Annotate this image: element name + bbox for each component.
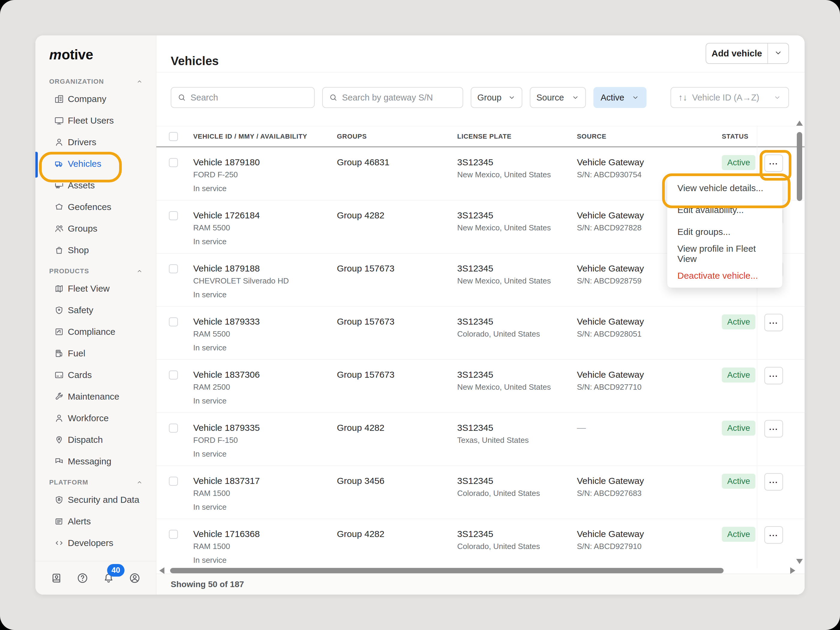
sidebar-footer: 40 [35,561,156,595]
section-label-text: PLATFORM [49,478,88,486]
table-row: Vehicle 1716368RAM 1500In serviceGroup 4… [156,519,805,568]
vehicle-id[interactable]: Vehicle 1879180 [193,156,337,168]
sidebar-item-maintenance[interactable]: Maintenance [35,386,156,407]
select-all-checkbox[interactable] [169,132,178,141]
vehicle-id[interactable]: Vehicle 1726184 [193,209,337,221]
row-checkbox[interactable] [169,317,178,327]
row-actions-button[interactable]: ... [764,155,783,172]
chevron-up-icon[interactable] [136,268,143,275]
sidebar-item-assets[interactable]: Assets [35,175,156,196]
add-vehicle-label[interactable]: Add vehicle [706,44,767,63]
row-checkbox[interactable] [169,158,178,167]
row-checkbox[interactable] [169,264,178,273]
sidebar-item-label: Compliance [68,327,115,337]
vehicle-id[interactable]: Vehicle 1837306 [193,369,337,381]
sidebar-item-dispatch[interactable]: Dispatch [35,429,156,451]
sidebar-item-fleet-view[interactable]: Fleet View [35,278,156,299]
chat-icon [54,456,64,466]
scroll-right-arrow[interactable] [790,567,795,574]
group-filter-dropdown[interactable]: Group [471,87,522,108]
sidebar-item-developers[interactable]: Developers [35,532,156,554]
sidebar-item-shop[interactable]: Shop [35,239,156,261]
sidebar-item-cards[interactable]: Cards [35,364,156,386]
add-vehicle-button[interactable]: Add vehicle [706,43,789,64]
row-actions-button[interactable]: ... [764,420,783,437]
sidebar-item-drivers[interactable]: Drivers [35,131,156,153]
sidebar-item-company[interactable]: Company [35,88,156,110]
menu-item-deactivate-vehicle[interactable]: Deactivate vehicle... [667,265,782,286]
help-circle-button[interactable] [76,572,89,584]
scroll-down-arrow[interactable] [796,559,803,564]
sidebar-item-fleet-users[interactable]: Fleet Users [35,110,156,131]
sidebar-item-groups[interactable]: Groups [35,218,156,239]
scroll-up-arrow[interactable] [796,121,803,126]
row-actions-button[interactable]: ... [764,367,783,384]
location-pin-icon [54,435,64,445]
menu-item-view-profile-in-fleet-view[interactable]: View profile in Fleet View [667,243,782,265]
sidebar-item-safety[interactable]: Safety [35,299,156,321]
sidebar-item-geofences[interactable]: Geofences [35,196,156,218]
sidebar-item-workforce[interactable]: Workforce [35,407,156,429]
vehicle-availability: In service [193,343,337,353]
menu-item-edit-availability[interactable]: Edit availability... [667,199,782,221]
license-location: New Mexico, United States [457,169,577,180]
vehicle-mmy: RAM 2500 [193,382,337,392]
gateway-search-input[interactable] [342,93,456,103]
table-header-row: VEHICLE ID / MMY / AVAILABILITY GROUPS L… [156,126,805,147]
license-location: Colorado, United States [457,329,577,339]
vehicle-id[interactable]: Vehicle 1716368 [193,528,337,540]
gateway-search-box[interactable] [322,87,463,108]
row-checkbox[interactable] [169,530,178,539]
motive-logo: motive [49,46,93,63]
sidebar-item-vehicles[interactable]: Vehicles [35,153,156,175]
vehicle-mmy: FORD F-250 [193,169,337,180]
vertical-scrollbar-thumb[interactable] [797,132,802,201]
sidebar-item-compliance[interactable]: Compliance [35,321,156,343]
status-filter-dropdown[interactable]: Active [594,87,646,108]
source-name: Vehicle Gateway [577,316,722,328]
vehicle-availability: In service [193,289,337,300]
sidebar-item-label: Cards [68,370,92,380]
menu-item-edit-groups[interactable]: Edit groups... [667,221,782,243]
column-header-license-plate: LICENSE PLATE [457,133,577,141]
license-location: New Mexico, United States [457,223,577,233]
vehicle-group: Group 46831 [337,156,457,168]
source-filter-dropdown[interactable]: Source [530,87,586,108]
row-checkbox[interactable] [169,371,178,379]
sidebar-section-label: ORGANIZATION [35,75,156,88]
chevron-up-icon[interactable] [136,479,143,486]
license-plate: 3S12345 [457,528,577,540]
row-checkbox[interactable] [169,423,178,433]
shield-lock-icon [54,495,64,505]
source-name: Vehicle Gateway [577,369,722,381]
add-vehicle-dropdown-toggle[interactable] [767,44,788,63]
vehicle-id[interactable]: Vehicle 1879188 [193,262,337,275]
vehicle-id[interactable]: Vehicle 1837317 [193,475,337,487]
search-input[interactable] [191,93,308,103]
account-circle-button[interactable] [128,572,141,584]
horizontal-scrollbar[interactable] [159,568,795,573]
scroll-left-arrow[interactable] [159,567,164,574]
bell-button[interactable]: 40 [102,572,115,584]
sidebar-item-alerts[interactable]: Alerts [35,511,156,532]
row-actions-button[interactable]: ... [764,314,783,331]
sidebar-item-messaging[interactable]: Messaging [35,451,156,472]
search-box[interactable] [171,87,315,108]
row-actions-button[interactable]: ... [764,526,783,543]
sidebar-item-security-and-data[interactable]: Security and Data [35,489,156,511]
row-checkbox[interactable] [169,211,178,220]
row-actions-button[interactable]: ... [764,473,783,491]
menu-item-view-vehicle-details[interactable]: View vehicle details... [667,177,782,199]
row-checkbox[interactable] [169,477,178,486]
sidebar-item-fuel[interactable]: Fuel [35,343,156,364]
resource-book-button[interactable] [50,572,63,584]
chevron-up-icon[interactable] [136,78,143,85]
sidebar-item-label: Developers [68,538,114,548]
vehicle-id[interactable]: Vehicle 1879333 [193,316,337,328]
sort-dropdown[interactable]: ↑↓ Vehicle ID (A→Z) [671,87,789,108]
vehicle-mmy: RAM 5500 [193,223,337,233]
horizontal-scrollbar-thumb[interactable] [170,568,723,573]
status-badge: Active [722,314,755,329]
vehicle-id[interactable]: Vehicle 1879335 [193,422,337,434]
vertical-scrollbar[interactable] [797,121,802,564]
